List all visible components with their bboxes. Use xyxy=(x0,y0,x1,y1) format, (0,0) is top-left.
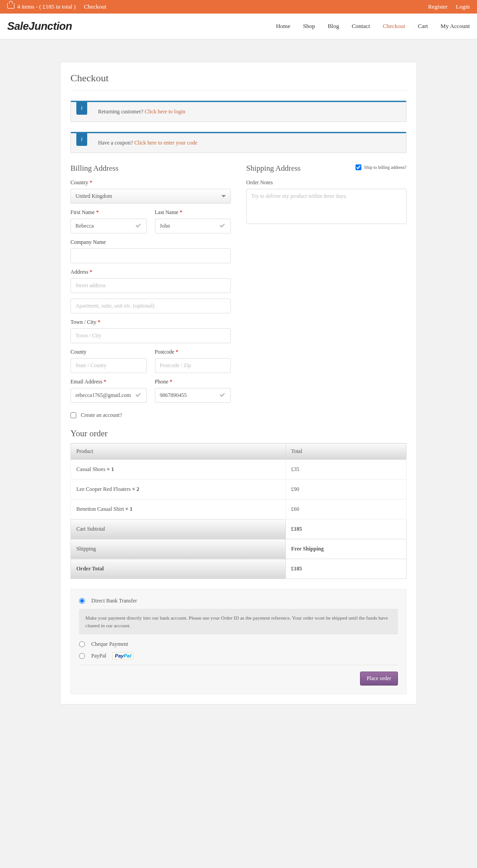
nav-checkout[interactable]: Checkout xyxy=(383,23,405,30)
address-label: Address * xyxy=(70,269,231,275)
coupon-notice: i Have a coupon? Click here to enter you… xyxy=(70,132,407,153)
nav-contact[interactable]: Contact xyxy=(352,23,370,30)
country-value: United Kingdom xyxy=(75,193,112,200)
last-name-label: Last Name * xyxy=(155,209,231,216)
first-name-input[interactable] xyxy=(70,219,147,233)
shipping-heading: Shipping Address xyxy=(246,164,300,173)
payment-paypal-label: PayPal xyxy=(91,653,106,659)
ship-to-billing-checkbox[interactable] xyxy=(355,164,361,170)
topbar: 4 items - ( £185 in total ) Checkout Reg… xyxy=(0,0,477,14)
shipping-label: Shipping xyxy=(71,539,286,559)
header: SaleJunction Home Shop Blog Contact Chec… xyxy=(0,14,477,39)
payment-cheque-label: Cheque Payment xyxy=(91,641,128,648)
product-cell: Benetton Casual Shirt × 1 xyxy=(71,499,286,519)
table-row: Benetton Casual Shirt × 1£60 xyxy=(71,499,407,519)
info-icon: i xyxy=(76,133,87,146)
total-cell: £90 xyxy=(285,480,406,499)
create-account-label: Create an account? xyxy=(81,412,122,419)
chevron-down-icon xyxy=(221,195,226,197)
payment-box: Direct Bank Transfer Make your payment d… xyxy=(70,589,407,694)
last-name-input[interactable] xyxy=(155,219,231,233)
paypal-icon: PayPal xyxy=(112,652,133,659)
county-label: County xyxy=(70,349,147,355)
total-cell: £35 xyxy=(285,460,406,480)
first-name-label: First Name * xyxy=(70,209,147,216)
billing-column: Billing Address Country * United Kingdom… xyxy=(70,164,231,419)
nav-cart[interactable]: Cart xyxy=(418,23,428,30)
order-table: Product Total Casual Shoes × 1£35Lee Coo… xyxy=(70,443,407,579)
town-input[interactable] xyxy=(70,328,231,343)
nav-blog[interactable]: Blog xyxy=(327,23,339,30)
shipping-column: Shipping Address Ship to billing address… xyxy=(246,164,407,419)
phone-label: Phone * xyxy=(155,378,231,385)
order-notes-label: Order Notes xyxy=(246,179,407,186)
email-label: Email Address * xyxy=(70,378,147,385)
create-account-checkbox[interactable] xyxy=(70,412,76,418)
nav-account[interactable]: My Account xyxy=(440,23,470,30)
returning-customer-notice: i Returning customer? Click here to logi… xyxy=(70,101,407,122)
topbar-register-link[interactable]: Register xyxy=(428,3,448,10)
nav-shop[interactable]: Shop xyxy=(303,23,315,30)
order-heading: Your order xyxy=(70,429,407,439)
coupon-toggle-link[interactable]: Click here to enter your code xyxy=(134,140,197,146)
product-cell: Casual Shoes × 1 xyxy=(71,460,286,480)
postcode-label: Postcode * xyxy=(155,349,231,355)
country-select[interactable]: United Kingdom xyxy=(70,189,231,204)
phone-input[interactable] xyxy=(155,388,231,403)
product-cell: Lee Cooper Red Floaters × 2 xyxy=(71,480,286,499)
postcode-input[interactable] xyxy=(155,358,231,373)
total-value: £185 xyxy=(285,559,406,579)
logo[interactable]: SaleJunction xyxy=(7,20,72,33)
table-row: Lee Cooper Red Floaters × 2£90 xyxy=(71,480,407,499)
cart-icon xyxy=(7,3,14,9)
payment-cheque-radio[interactable] xyxy=(79,641,85,647)
table-row: Casual Shoes × 1£35 xyxy=(71,460,407,480)
total-label: Order Total xyxy=(71,559,286,579)
returning-text: Returning customer? xyxy=(98,108,145,115)
town-label: Town / City * xyxy=(70,319,231,326)
page-title: Checkout xyxy=(70,72,407,91)
ship-to-billing-label: Ship to billing address? xyxy=(364,165,407,170)
col-total: Total xyxy=(285,443,406,460)
county-input[interactable] xyxy=(70,358,147,373)
subtotal-label: Cart Subtotal xyxy=(71,519,286,539)
address2-input[interactable] xyxy=(70,299,231,313)
page-container: Checkout i Returning customer? Click her… xyxy=(60,62,417,705)
payment-paypal-radio[interactable] xyxy=(79,653,85,659)
subtotal-value: £185 xyxy=(285,519,406,539)
info-icon: i xyxy=(76,102,87,115)
nav-home[interactable]: Home xyxy=(276,23,290,30)
company-input[interactable] xyxy=(70,248,231,263)
billing-heading: Billing Address xyxy=(70,164,231,173)
col-product: Product xyxy=(71,443,286,460)
payment-bank-radio[interactable] xyxy=(79,598,85,604)
email-input[interactable] xyxy=(70,388,147,403)
login-toggle-link[interactable]: Click here to login xyxy=(145,108,185,115)
address1-input[interactable] xyxy=(70,278,231,293)
topbar-cart-link[interactable]: 4 items - ( £185 in total ) xyxy=(7,3,76,10)
shipping-value: Free Shipping xyxy=(285,539,406,559)
company-label: Company Name xyxy=(70,239,231,246)
payment-bank-label: Direct Bank Transfer xyxy=(91,597,137,604)
order-notes-textarea[interactable] xyxy=(246,189,407,224)
ship-to-billing-wrap[interactable]: Ship to billing address? xyxy=(355,164,407,170)
total-cell: £60 xyxy=(285,499,406,519)
country-label: Country * xyxy=(70,179,231,186)
coupon-text: Have a coupon? xyxy=(98,140,134,146)
topbar-checkout-link[interactable]: Checkout xyxy=(84,3,107,10)
payment-bank-desc: Make your payment directly into our bank… xyxy=(79,609,398,635)
main-nav: Home Shop Blog Contact Checkout Cart My … xyxy=(276,23,470,30)
topbar-login-link[interactable]: Login xyxy=(456,3,470,10)
place-order-button[interactable]: Place order xyxy=(360,672,398,686)
